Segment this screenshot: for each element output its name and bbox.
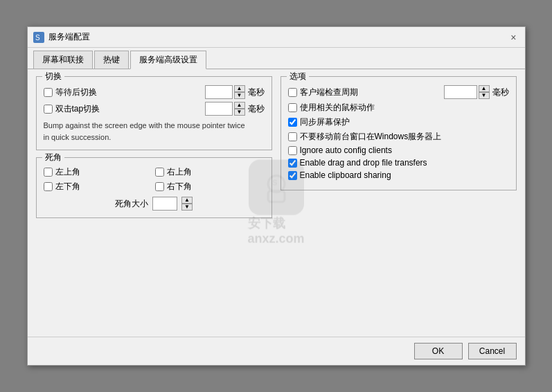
tab-screen-connect[interactable]: 屏幕和联接 (33, 51, 93, 69)
client-check-spin-buttons: ▲ ▼ (479, 85, 490, 99)
double-tap-input[interactable]: 250 (205, 102, 233, 116)
dead-corner-content: 左上角 右上角 左下角 右下角 (44, 166, 265, 211)
top-left-label[interactable]: 左上角 (44, 166, 153, 178)
title-bar-left: S 服务端配置 (33, 31, 90, 43)
no-move-checkbox[interactable] (288, 132, 297, 141)
dead-corner-size-down[interactable]: ▼ (181, 204, 193, 211)
top-right-label[interactable]: 右上角 (155, 166, 265, 178)
wait-switch-down[interactable]: ▼ (234, 92, 245, 99)
options-group: 选项 客户端检查周期 5000 ▲ ▼ (281, 76, 517, 190)
top-right-checkbox[interactable] (155, 168, 164, 177)
double-tap-row: 双击tap切换 250 ▲ ▼ 毫秒 (44, 102, 265, 116)
double-tap-spinbox: 250 ▲ ▼ (205, 102, 245, 116)
sync-screen-checkbox[interactable] (288, 118, 297, 127)
client-check-checkbox[interactable] (288, 88, 297, 97)
wait-switch-unit: 毫秒 (248, 87, 265, 98)
double-tap-unit: 毫秒 (248, 103, 265, 115)
wait-switch-spinbox: 250 ▲ ▼ (205, 85, 245, 99)
wait-switch-up[interactable]: ▲ (234, 85, 245, 92)
mouse-action-row: 使用相关的鼠标动作 (288, 102, 509, 114)
sync-screen-row: 同步屏幕保护 (288, 116, 509, 128)
app-icon: S (33, 32, 44, 43)
options-content: 客户端检查周期 5000 ▲ ▼ 毫秒 (288, 85, 509, 180)
double-tap-up[interactable]: ▲ (234, 102, 245, 109)
enable-clipboard-checkbox[interactable] (288, 171, 297, 180)
wait-switch-spin-buttons: ▲ ▼ (234, 85, 245, 99)
double-tap-checkbox[interactable] (44, 105, 53, 114)
enable-drag-row: Enable drag and drop file transfers (288, 158, 509, 168)
cancel-button[interactable]: Cancel (468, 343, 517, 359)
mouse-action-label[interactable]: 使用相关的鼠标动作 (288, 102, 375, 114)
client-check-up[interactable]: ▲ (479, 85, 490, 92)
dead-corner-size-input[interactable]: 0 (152, 197, 177, 211)
enable-drag-label[interactable]: Enable drag and drop file transfers (288, 158, 427, 168)
top-left-checkbox[interactable] (44, 168, 53, 177)
ignore-auto-row: Ignore auto config clients (288, 145, 509, 155)
enable-clipboard-label[interactable]: Enable clipboard sharing (288, 170, 391, 180)
main-window: S 服务端配置 × 屏幕和联接 热键 服务端高级设置 S 安下载anxz.com (27, 26, 526, 366)
bottom-left-checkbox[interactable] (44, 182, 53, 191)
wait-switch-label[interactable]: 等待后切换 (44, 87, 97, 98)
client-check-spinbox: 5000 ▲ ▼ (444, 85, 490, 99)
switching-legend: 切换 (42, 71, 64, 82)
ok-button[interactable]: OK (414, 343, 463, 359)
no-move-row: 不要移动前台窗口在Windows服务器上 (288, 131, 509, 143)
mouse-action-checkbox[interactable] (288, 103, 297, 112)
double-tap-down[interactable]: ▼ (234, 109, 245, 116)
wait-switch-checkbox[interactable] (44, 88, 53, 97)
switching-content: 等待后切换 250 ▲ ▼ 毫秒 (44, 85, 265, 143)
client-check-label[interactable]: 客户端检查周期 (288, 87, 358, 98)
dead-corner-size-label: 死角大小 (115, 198, 148, 210)
wait-switch-row: 等待后切换 250 ▲ ▼ 毫秒 (44, 85, 265, 99)
svg-text:S: S (272, 179, 277, 187)
close-button[interactable]: × (508, 32, 519, 43)
bottom-right-label[interactable]: 右下角 (155, 181, 265, 193)
client-check-down[interactable]: ▼ (479, 92, 490, 99)
title-bar: S 服务端配置 × (28, 27, 525, 48)
content-area: S 安下载anxz.com 切换 等待后切换 250 (28, 69, 525, 337)
client-check-row: 客户端检查周期 5000 ▲ ▼ 毫秒 (288, 85, 509, 99)
dead-corner-size-up[interactable]: ▲ (181, 197, 193, 204)
client-check-input[interactable]: 5000 (444, 85, 477, 99)
switching-desc: Bump against the screen edge with the mo… (44, 120, 265, 143)
dead-corner-spin-buttons: ▲ ▼ (181, 197, 193, 211)
tab-bar: 屏幕和联接 热键 服务端高级设置 (28, 48, 525, 69)
dead-corner-size-row: 死角大小 0 ▲ ▼ (44, 197, 265, 211)
tab-hotkey[interactable]: 热键 (94, 51, 129, 69)
sync-screen-label[interactable]: 同步屏幕保护 (288, 116, 350, 128)
no-move-label[interactable]: 不要移动前台窗口在Windows服务器上 (288, 131, 442, 143)
double-tap-spin-buttons: ▲ ▼ (234, 102, 245, 116)
options-legend: 选项 (287, 71, 309, 82)
ignore-auto-label[interactable]: Ignore auto config clients (288, 145, 392, 155)
window-title: 服务端配置 (48, 31, 90, 43)
dead-corner-group: 死角 左上角 右上角 左下角 (36, 157, 272, 218)
enable-clipboard-row: Enable clipboard sharing (288, 170, 509, 180)
client-check-unit: 毫秒 (492, 87, 509, 98)
wait-switch-input[interactable]: 250 (205, 85, 233, 99)
ignore-auto-checkbox[interactable] (288, 146, 297, 155)
right-panel: 选项 客户端检查周期 5000 ▲ ▼ (281, 76, 517, 330)
left-panel: 切换 等待后切换 250 ▲ ▼ (36, 76, 272, 330)
svg-text:S: S (35, 34, 40, 42)
tab-advanced[interactable]: 服务端高级设置 (130, 51, 206, 69)
dead-corner-legend: 死角 (42, 152, 64, 163)
bottom-left-label[interactable]: 左下角 (44, 181, 153, 193)
double-tap-label[interactable]: 双击tap切换 (44, 103, 100, 115)
enable-drag-checkbox[interactable] (288, 159, 297, 168)
switching-group: 切换 等待后切换 250 ▲ ▼ (36, 76, 272, 150)
dead-corner-grid: 左上角 右上角 左下角 右下角 (44, 166, 265, 193)
footer: OK Cancel (28, 337, 525, 365)
bottom-right-checkbox[interactable] (155, 182, 164, 191)
